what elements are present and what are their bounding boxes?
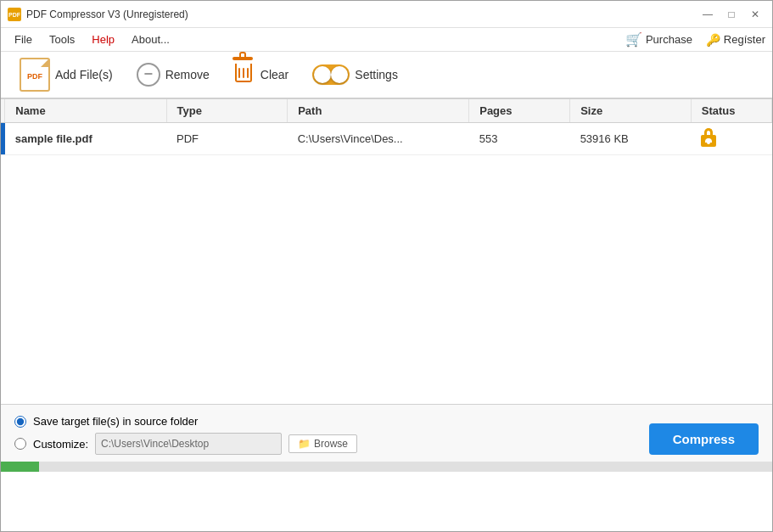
purchase-label: Purchase bbox=[646, 33, 692, 46]
cell-type: PDF bbox=[166, 123, 288, 155]
purchase-link[interactable]: 🛒 Purchase bbox=[625, 31, 692, 48]
cell-status bbox=[691, 123, 771, 155]
menu-left: File Tools Help About... bbox=[8, 31, 176, 48]
menu-bar: File Tools Help About... 🛒 Purchase 🔑 Re… bbox=[1, 28, 772, 52]
pdf-icon: PDF bbox=[20, 58, 50, 92]
title-bar: PDF PDF Compressor V3 (Unregistered) — □… bbox=[1, 1, 772, 28]
customize-row: Customize: 📁 Browse bbox=[14, 433, 357, 455]
customize-label: Customize: bbox=[33, 438, 88, 451]
table-row[interactable]: sample file.pdf PDF C:\Users\Vince\Des..… bbox=[1, 123, 772, 155]
add-files-button[interactable]: PDF Add File(s) bbox=[11, 53, 121, 97]
trash-icon bbox=[233, 62, 255, 87]
lock-icon bbox=[701, 128, 716, 147]
remove-button[interactable]: − Remove bbox=[128, 58, 218, 92]
save-source-row: Save target file(s) in source folder bbox=[14, 415, 357, 428]
title-bar-controls: — □ ✕ bbox=[697, 6, 765, 23]
clear-button[interactable]: Clear bbox=[225, 57, 297, 92]
cell-size: 53916 KB bbox=[570, 123, 692, 155]
app-title: PDF Compressor V3 (Unregistered) bbox=[26, 8, 188, 20]
folder-icon: 📁 bbox=[298, 438, 311, 450]
cell-pages: 553 bbox=[469, 123, 570, 155]
col-header-name: Name bbox=[5, 99, 166, 123]
compress-button[interactable]: Compress bbox=[649, 423, 759, 455]
app-icon: PDF bbox=[8, 8, 21, 21]
key-icon: 🔑 bbox=[706, 33, 720, 47]
menu-right: 🛒 Purchase 🔑 Regíster bbox=[625, 31, 765, 48]
settings-label: Settings bbox=[355, 68, 398, 81]
col-header-pages: Pages bbox=[469, 99, 570, 123]
customize-radio[interactable] bbox=[14, 438, 26, 450]
browse-label: Browse bbox=[314, 438, 348, 450]
clear-label: Clear bbox=[260, 68, 288, 81]
settings-button[interactable]: Settings bbox=[304, 59, 406, 90]
minimize-button[interactable]: — bbox=[697, 6, 718, 23]
add-files-label: Add File(s) bbox=[55, 68, 113, 81]
bottom-actions: Save target file(s) in source folder Cus… bbox=[14, 415, 759, 455]
settings-toggle-icon bbox=[312, 64, 350, 85]
register-link[interactable]: 🔑 Regíster bbox=[706, 33, 765, 47]
register-label: Regíster bbox=[724, 33, 765, 46]
bottom-options: Save target file(s) in source folder Cus… bbox=[14, 415, 357, 455]
col-header-type: Type bbox=[166, 99, 288, 123]
save-source-label: Save target file(s) in source folder bbox=[33, 415, 198, 428]
col-header-size: Size bbox=[570, 99, 692, 123]
menu-help[interactable]: Help bbox=[85, 31, 121, 48]
progress-bar-container bbox=[1, 462, 772, 472]
col-header-status: Status bbox=[691, 99, 771, 123]
browse-button[interactable]: 📁 Browse bbox=[288, 434, 357, 453]
menu-file[interactable]: File bbox=[8, 31, 39, 48]
app-window: PDF PDF Compressor V3 (Unregistered) — □… bbox=[0, 0, 773, 532]
file-table-container[interactable]: Name Type Path Pages Size Status sample … bbox=[1, 99, 772, 405]
cart-icon: 🛒 bbox=[625, 31, 642, 48]
remove-icon: − bbox=[137, 63, 160, 87]
file-table: Name Type Path Pages Size Status sample … bbox=[1, 99, 772, 155]
menu-about[interactable]: About... bbox=[125, 31, 176, 48]
save-source-radio[interactable] bbox=[14, 416, 26, 428]
svg-text:PDF: PDF bbox=[8, 12, 20, 18]
toolbar: PDF Add File(s) − Remove bbox=[1, 52, 772, 99]
bottom-section: Save target file(s) in source folder Cus… bbox=[1, 405, 772, 462]
cell-path: C:\Users\Vince\Des... bbox=[288, 123, 469, 155]
close-button[interactable]: ✕ bbox=[745, 6, 765, 23]
title-bar-left: PDF PDF Compressor V3 (Unregistered) bbox=[8, 8, 188, 21]
maximize-button[interactable]: □ bbox=[721, 6, 742, 23]
remove-label: Remove bbox=[165, 68, 210, 81]
menu-tools[interactable]: Tools bbox=[42, 31, 81, 48]
cell-name: sample file.pdf bbox=[5, 123, 166, 155]
progress-bar-fill bbox=[1, 462, 39, 472]
col-header-path: Path bbox=[288, 99, 469, 123]
path-input[interactable] bbox=[95, 433, 282, 455]
